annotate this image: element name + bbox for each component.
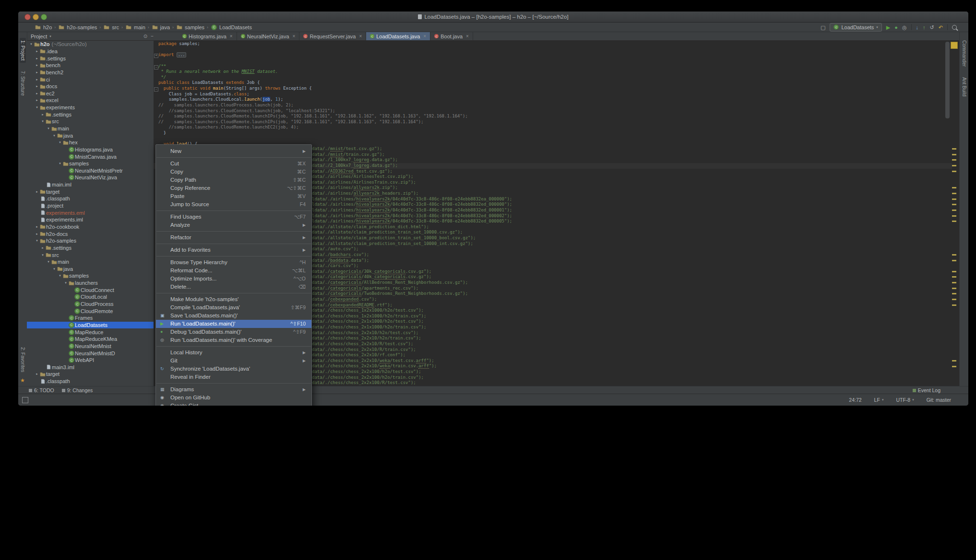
menu-item-new[interactable]: New▶ <box>156 147 311 155</box>
code-line[interactable]: data/./chess/chess_1x2x1000/h2o/train.cs… <box>312 314 512 319</box>
tool-window-button-ant-build[interactable]: Ant Build <box>961 75 967 99</box>
vcs-update-button[interactable]: ↓ <box>916 24 919 31</box>
menu-item-refactor[interactable]: Refactor▶ <box>156 233 311 242</box>
code-line[interactable]: Class job = LoadDatasets.class; <box>158 92 468 97</box>
debug-button[interactable]: ● <box>894 24 898 31</box>
tree-item-bench[interactable]: ▸bench <box>27 62 154 69</box>
breadcrumb-item-main[interactable]: main <box>125 24 145 30</box>
code-line[interactable]: data/./categoricals/30k_categoricals.csv… <box>312 269 512 275</box>
code-line[interactable]: public static void main(String[] args) t… <box>158 86 468 92</box>
tree-item-mnistcanvas-java[interactable]: CMnistCanvas.java <box>27 153 154 160</box>
menu-item-browse-type-hierarchy[interactable]: Browse Type Hierarchy^H <box>156 258 311 267</box>
tree-item-src[interactable]: ▾src <box>27 251 154 258</box>
tree-item-neuralnetviz-java[interactable]: CNeuralNetViz.java <box>27 174 154 181</box>
editor-code[interactable]: package samples;import .../** * Runs a n… <box>158 41 468 147</box>
fold-marker-icon[interactable]: - <box>154 65 158 70</box>
tool-window-button-event-log[interactable]: Event Log <box>913 387 940 393</box>
tree-item-cloudprocess[interactable]: CCloudProcess <box>27 301 154 308</box>
code-line[interactable]: data/./airlines/allyears2k.zip"); <box>312 185 512 191</box>
code-line[interactable]: data/./chess/chess_2x2x100/R/test.csv"); <box>312 380 512 386</box>
tree-item-cloudremote[interactable]: CCloudRemote <box>27 307 154 315</box>
status-encoding[interactable]: UTF-8▾ <box>896 397 914 403</box>
tab-close-icon[interactable]: × <box>359 34 362 39</box>
code-line[interactable]: data/./allstate/claim_prediction_train_s… <box>312 235 512 241</box>
breadcrumb-item-h2o[interactable]: h2o <box>35 24 52 30</box>
tree-arrow-icon[interactable]: ▾ <box>58 140 62 144</box>
tree-item-main[interactable]: ▾main <box>27 258 154 266</box>
code-line[interactable]: data/./chess/chess_2x2x10/h2o/train.csv"… <box>312 336 512 341</box>
editor-tab-requestserver-java[interactable]: CRequestServer.java× <box>299 32 366 40</box>
code-line[interactable]: data/./cars.csv"); <box>312 263 512 269</box>
code-line[interactable]: data/./baddata.data"); <box>312 258 512 264</box>
menu-item-find-usages[interactable]: Find Usages⌥F7 <box>156 213 311 221</box>
code-line[interactable]: //samples.launchers.CloudRemote.launchEC… <box>158 125 468 130</box>
menu-item-run-loaddatasets-main-with-coverage[interactable]: ◎Run 'LoadDatasets.main()' with Coverage <box>156 336 311 344</box>
tree-item-experiments[interactable]: ▾experiments <box>27 104 154 111</box>
menu-item-delete[interactable]: Delete...⌫ <box>156 283 311 291</box>
menu-item-create-gist[interactable]: ◉Create Gist... <box>156 402 311 406</box>
menu-item-cut[interactable]: Cut⌘X <box>156 160 311 168</box>
tool-window-button-9-changes[interactable]: 9: Changes <box>62 387 93 393</box>
tree-arrow-icon[interactable]: ▾ <box>40 119 45 123</box>
code-line[interactable]: data/./chess/chess_2x2x10/rf.conf"); <box>312 352 512 358</box>
menu-item-make-module-h2o-samples[interactable]: Make Module 'h2o-samples' <box>156 295 311 303</box>
tree-item-docs[interactable]: ▸docs <box>27 83 154 90</box>
tree-arrow-icon[interactable]: ▸ <box>35 49 39 53</box>
code-line[interactable]: data/./auto.csv"); <box>312 246 512 252</box>
panel-settings-icon[interactable]: ⊙ <box>143 34 147 39</box>
chevron-down-icon[interactable]: ▾ <box>49 35 51 38</box>
tree-item-src[interactable]: ▾src <box>27 118 154 125</box>
tree-item-samples[interactable]: ▾samples <box>27 160 154 167</box>
menu-item-reformat-code[interactable]: Reformat Code...⌥⌘L <box>156 267 311 275</box>
tree-arrow-icon[interactable]: ▾ <box>63 281 68 285</box>
tree-arrow-icon[interactable]: ▸ <box>35 225 39 229</box>
code-line[interactable]: samples.launchers.CloudLocal.launch(job,… <box>158 97 468 103</box>
tree-item-h2o-cookbook[interactable]: ▸h2o-cookbook <box>27 223 154 231</box>
tree-arrow-icon[interactable]: ▾ <box>52 267 57 271</box>
tree-arrow-icon[interactable]: ▸ <box>35 98 39 102</box>
menu-item-copy-reference[interactable]: Copy Reference⌥⇧⌘C <box>156 184 311 192</box>
tree-arrow-icon[interactable]: ▾ <box>58 274 62 278</box>
tree-item-settings[interactable]: ▸.settings <box>27 245 154 252</box>
tool-window-button-6-todo[interactable]: 6: TODO <box>29 387 54 393</box>
menu-item-open-on-github[interactable]: ◉Open on GitHub <box>156 394 311 402</box>
tree-item-launchers[interactable]: ▾launchers <box>27 280 154 287</box>
tree-arrow-icon[interactable]: ▸ <box>40 113 45 117</box>
tree-item-neuralnetmnist[interactable]: CNeuralNetMnist <box>27 343 154 350</box>
tree-arrow-icon[interactable]: ▸ <box>35 84 39 88</box>
tree-item-samples[interactable]: ▾samples <box>27 272 154 280</box>
breadcrumb-item-h2o-samples[interactable]: h2o-samples <box>58 24 97 30</box>
code-line[interactable]: data/./mnist/train.csv.gz"); <box>312 152 512 158</box>
code-line[interactable]: // samples.launchers.CloudRemote.launchI… <box>158 119 468 125</box>
code-line[interactable]: ldata/./airlines/hivealyears2k/04c40d7c-… <box>312 219 512 224</box>
editor-tab-neuralnetviz-java[interactable]: CNeuralNetViz.java× <box>237 32 300 40</box>
panel-hide-icon[interactable]: − <box>151 34 154 39</box>
code-line[interactable]: ldata/./airlines/hivealyears2k/04c40d7c-… <box>312 208 512 213</box>
coverage-button[interactable]: ◎ <box>902 24 907 31</box>
menu-item-diagrams[interactable]: ▦Diagrams▶ <box>156 385 311 394</box>
warning-marker-icon[interactable] <box>951 42 958 49</box>
code-line[interactable]: data/./allstate/claim_prediction_train_s… <box>312 230 512 235</box>
code-line[interactable]: data/./chess/chess_2x2x10/weka/train.csv… <box>312 363 512 369</box>
tree-item-main3-iml[interactable]: main3.iml <box>27 363 154 371</box>
run-config-combo[interactable]: C LoadDatasets ▾ <box>830 23 881 32</box>
tree-arrow-icon[interactable]: ▾ <box>46 127 51 130</box>
code-line[interactable]: data/./airlines/AirlinesTrain.csv.zip"); <box>312 180 512 186</box>
menu-item-git[interactable]: Git▶ <box>156 357 311 365</box>
history-button[interactable]: ↺ <box>930 24 934 31</box>
code-line[interactable]: data/./1_100kx7_logreg.data.gz"); <box>312 157 512 163</box>
menu-item-compile-loaddatasets-java[interactable]: Compile 'LoadDatasets.java'⇧⌘F9 <box>156 303 311 312</box>
status-line-ending[interactable]: LF▾ <box>874 397 884 403</box>
editor-tab-loaddatasets-java[interactable]: CLoadDatasets.java× <box>366 32 430 40</box>
tree-item-histograms-java[interactable]: CHistograms.java <box>27 146 154 153</box>
tree-item-experiments-iml[interactable]: experiments.iml <box>27 216 154 223</box>
menu-item-local-history[interactable]: Local History▶ <box>156 349 311 357</box>
vcs-commit-button[interactable]: ↑ <box>923 24 926 31</box>
tree-arrow-icon[interactable]: ▾ <box>35 239 39 243</box>
code-line[interactable]: data/./chess/chess_2x2x10/weka/test.csv.… <box>312 358 512 364</box>
tree-arrow-icon[interactable]: ▾ <box>52 134 57 138</box>
code-line[interactable]: data/./chess/chess_2x2x100/h2o/test.csv"… <box>312 369 512 375</box>
code-line[interactable]: data/./allstate/claim_prediction_train_s… <box>312 241 512 247</box>
code-line[interactable]: * Runs a neural network on the MNIST dat… <box>158 69 468 75</box>
tree-item-project[interactable]: .project <box>27 202 154 210</box>
